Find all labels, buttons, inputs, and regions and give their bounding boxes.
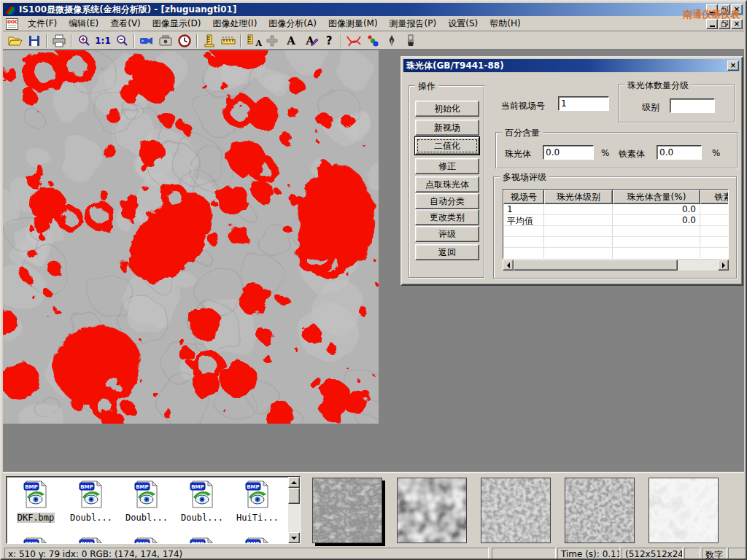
measure-text-a: A <box>255 39 262 48</box>
thumbnail-5[interactable] <box>649 478 719 543</box>
rate-button[interactable]: 评级 <box>415 226 479 242</box>
file-list-scrollbar[interactable] <box>288 477 300 543</box>
col-ferrite-amount[interactable]: 铁素体含量(%) <box>700 190 729 204</box>
zoom-in-button[interactable] <box>74 33 93 48</box>
brush-button[interactable] <box>401 33 420 48</box>
file-name[interactable]: Doubl... <box>69 513 113 523</box>
file-item[interactable]: BMP <box>9 537 62 544</box>
cell-amount: 0.0 <box>613 204 700 214</box>
actual-size-button[interactable]: 1:1 <box>93 33 112 48</box>
col-pearlite-grade[interactable]: 珠光体级别 <box>544 190 613 204</box>
ruler-button[interactable] <box>219 33 238 48</box>
menu-image-measure[interactable]: 图像测量(M) <box>322 16 384 31</box>
scroll-right-button[interactable] <box>718 260 729 271</box>
current-view-input[interactable]: 1 <box>558 96 609 111</box>
file-name[interactable]: Doubl... <box>125 513 169 523</box>
col-pearlite-amount[interactable]: 珠光体含量(%) <box>613 190 700 204</box>
thumbnail-4[interactable] <box>565 478 635 543</box>
new-view-button[interactable]: 新视场 <box>415 120 479 136</box>
table-row[interactable]: 平均值 0.0 <box>503 215 728 226</box>
auto-classify-button[interactable]: 自动分类 <box>415 193 479 209</box>
table-row[interactable]: 1 0.0 <box>503 204 728 215</box>
minimize-button[interactable] <box>706 4 718 15</box>
file-item[interactable]: BMP Doubl... <box>120 480 173 523</box>
thumbnail-3[interactable] <box>481 478 551 543</box>
menu-edit[interactable]: 编辑(E) <box>63 16 104 31</box>
menu-image-process[interactable]: 图像处理(I) <box>206 16 263 31</box>
micrograph-image[interactable] <box>3 50 379 424</box>
file-item[interactable]: BMP <box>176 537 228 544</box>
scroll-up-button[interactable] <box>288 477 300 488</box>
file-item[interactable]: BMP HuiTi... <box>231 480 284 523</box>
svg-text:BMP: BMP <box>136 541 148 544</box>
menu-file[interactable]: 文件(F) <box>22 16 63 31</box>
correct-button[interactable]: 修正 <box>415 158 479 174</box>
file-item[interactable]: BMP <box>120 537 173 544</box>
restore-button[interactable] <box>719 4 730 15</box>
file-item[interactable]: BMP <box>65 537 117 544</box>
thumbnail-2[interactable] <box>397 478 467 543</box>
text-button[interactable]: A <box>282 33 301 48</box>
dialog-title-bar[interactable]: 珠光体(GB/T9441-88) <box>403 59 740 72</box>
init-button[interactable]: 初始化 <box>415 101 479 117</box>
binarize-button[interactable]: 二值化 <box>415 137 479 155</box>
menu-help[interactable]: 帮助(H) <box>484 16 526 31</box>
mdi-restore-button[interactable] <box>719 19 730 29</box>
pick-pearlite-button[interactable]: 点取珠光体 <box>415 176 479 192</box>
file-browser[interactable]: BMP DKF.bmp BMP Doubl... BMP <box>6 476 301 544</box>
pearlite-percent-input[interactable]: 0.0 <box>543 145 594 160</box>
return-button[interactable]: 返回 <box>415 244 479 260</box>
dialog-close-button[interactable]: × <box>727 61 739 71</box>
classify-balls-button[interactable] <box>363 33 382 48</box>
grade-input[interactable] <box>670 98 715 113</box>
title-bar[interactable]: IS100显微摄像系统(金相分析版) - [zhuguangti01] × <box>3 3 744 16</box>
menu-view[interactable]: 查看(V) <box>104 16 147 31</box>
cell-ferrite <box>700 204 729 214</box>
scroll-down-button[interactable] <box>288 532 300 543</box>
pen-button[interactable] <box>382 33 401 48</box>
measure-text-button[interactable]: A <box>244 33 263 48</box>
mdi-close-button[interactable]: × <box>731 19 743 29</box>
save-icon <box>28 34 41 47</box>
grade-label: 级别 <box>642 101 659 114</box>
pearlite-dialog[interactable]: 珠光体(GB/T9441-88) × 操作 初始化 新视场 二值化 修正 点取珠… <box>400 56 743 286</box>
mdi-restore-icon <box>721 20 728 27</box>
menu-image-display[interactable]: 图像显示(D) <box>147 16 207 31</box>
file-name[interactable]: DKF.bmp <box>17 513 55 523</box>
print-button[interactable] <box>50 33 69 48</box>
scrollbar-thumb[interactable] <box>514 260 678 271</box>
curve-tool-button[interactable] <box>344 33 363 48</box>
scroll-left-button[interactable] <box>503 260 514 271</box>
file-name[interactable]: HuiTi... <box>236 513 279 523</box>
file-item[interactable]: BMP DKF.bmp <box>9 480 62 523</box>
table-horizontal-scrollbar[interactable] <box>503 260 729 271</box>
save-button[interactable] <box>25 33 44 48</box>
menu-report[interactable]: 测量报告(P) <box>384 16 443 31</box>
mdi-minimize-button[interactable] <box>706 19 718 29</box>
annotate-button[interactable]: A <box>301 33 320 48</box>
open-button[interactable] <box>6 33 25 48</box>
video-camera-button[interactable] <box>137 33 156 48</box>
capture-camera-button[interactable] <box>156 33 175 48</box>
move-cross-button[interactable] <box>263 33 282 48</box>
caliper-button[interactable] <box>200 33 219 48</box>
menu-image-analysis[interactable]: 图像分析(A) <box>263 16 322 31</box>
file-name[interactable]: Doubl... <box>180 513 224 523</box>
file-item[interactable]: BMP Doubl... <box>176 480 228 523</box>
help-button[interactable]: ? <box>320 33 338 48</box>
bmp-file-icon: BMP <box>78 501 104 511</box>
multi-view-table[interactable]: 视场号 珠光体级别 珠光体含量(%) 铁素体含量(%) 1 0.0 平均值 0.… <box>503 189 729 259</box>
file-item[interactable]: BMP <box>231 537 284 544</box>
scrollbar-thumb[interactable] <box>288 488 300 504</box>
ferrite-percent-input[interactable]: 0.0 <box>657 145 702 160</box>
close-button[interactable]: × <box>731 4 743 15</box>
change-class-button[interactable]: 更改类别 <box>415 209 479 225</box>
clock-icon <box>178 34 191 47</box>
mdi-document-icon[interactable]: DOC <box>6 18 18 30</box>
file-item[interactable]: BMP Doubl... <box>65 480 117 523</box>
col-view-number[interactable]: 视场号 <box>503 190 544 204</box>
zoom-out-button[interactable] <box>112 33 131 48</box>
thumbnail-1[interactable] <box>312 478 382 543</box>
clock-button[interactable] <box>175 33 194 48</box>
menu-settings[interactable]: 设置(S) <box>442 16 484 31</box>
